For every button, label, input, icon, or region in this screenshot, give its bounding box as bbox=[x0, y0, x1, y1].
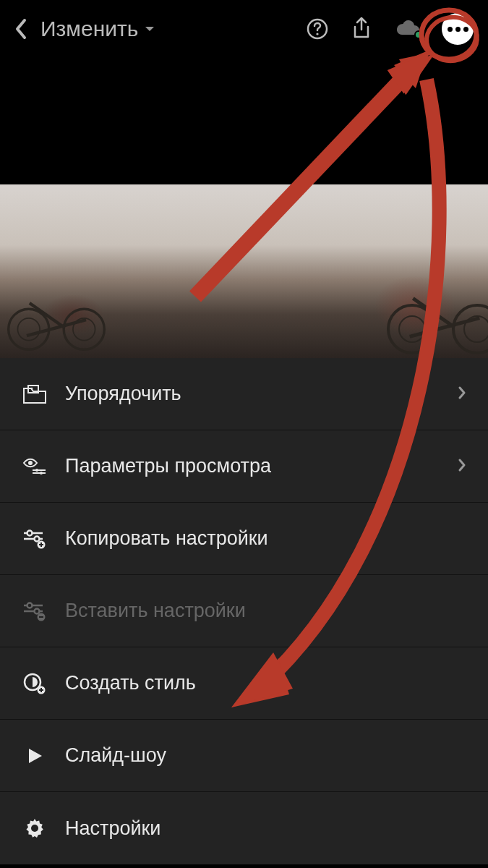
title-dropdown[interactable]: Изменить bbox=[40, 17, 293, 41]
menu-item-label: Создать стиль bbox=[65, 672, 466, 694]
more-icon-dot bbox=[463, 27, 468, 32]
top-actions bbox=[306, 13, 474, 45]
status-dot-icon bbox=[414, 30, 423, 39]
menu-item-copy-settings[interactable]: Копировать настройки bbox=[0, 503, 488, 575]
more-button[interactable] bbox=[442, 13, 474, 45]
svg-point-4 bbox=[28, 461, 33, 465]
menu-item-label: Параметры просмотра bbox=[65, 455, 440, 477]
menu-item-settings[interactable]: Настройки bbox=[0, 792, 488, 864]
svg-point-10 bbox=[27, 603, 33, 608]
help-button[interactable] bbox=[306, 17, 329, 41]
menu-item-slideshow[interactable]: Слайд-шоу bbox=[0, 720, 488, 792]
svg-point-7 bbox=[27, 530, 33, 535]
play-icon bbox=[22, 746, 48, 766]
chevron-left-icon bbox=[14, 18, 27, 40]
menu-item-label: Копировать настройки bbox=[65, 527, 466, 550]
caret-down-icon bbox=[144, 23, 155, 35]
sliders-minus-icon bbox=[22, 601, 48, 621]
share-button[interactable] bbox=[351, 17, 372, 41]
sliders-plus-icon bbox=[22, 529, 48, 549]
svg-point-15 bbox=[31, 825, 38, 832]
menu-item-paste-settings: Вставить настройки bbox=[0, 575, 488, 647]
top-bar: Изменить bbox=[0, 0, 488, 58]
menu-item-label: Слайд-шоу bbox=[65, 744, 466, 767]
menu-item-label: Настройки bbox=[65, 817, 466, 840]
menu-item-organize[interactable]: Упорядочить bbox=[0, 358, 488, 430]
svg-point-3 bbox=[31, 387, 33, 389]
svg-point-8 bbox=[35, 536, 40, 541]
photo-preview[interactable] bbox=[0, 184, 488, 358]
svg-point-6 bbox=[40, 472, 43, 475]
eye-settings-icon bbox=[22, 457, 48, 476]
chevron-right-icon bbox=[458, 458, 466, 475]
context-menu: Упорядочить Параметры просмотра Копирова… bbox=[0, 358, 488, 864]
menu-item-label: Вставить настройки bbox=[65, 600, 466, 622]
spacer bbox=[0, 58, 488, 184]
back-button[interactable] bbox=[14, 18, 27, 40]
menu-item-view-options[interactable]: Параметры просмотра bbox=[0, 430, 488, 503]
cloud-status-button[interactable] bbox=[394, 20, 420, 38]
help-icon bbox=[306, 17, 329, 41]
svg-point-1 bbox=[316, 33, 318, 35]
svg-point-11 bbox=[35, 608, 40, 613]
preset-add-icon bbox=[22, 673, 48, 694]
more-icon-dot bbox=[455, 27, 461, 32]
gear-icon bbox=[22, 817, 48, 839]
menu-item-label: Упорядочить bbox=[65, 383, 440, 405]
chevron-right-icon bbox=[458, 386, 466, 403]
folder-image-icon bbox=[22, 384, 48, 404]
menu-item-create-preset[interactable]: Создать стиль bbox=[0, 647, 488, 720]
share-icon bbox=[351, 17, 372, 41]
svg-point-5 bbox=[35, 469, 38, 472]
page-title: Изменить bbox=[40, 17, 138, 41]
more-icon-dot bbox=[448, 27, 453, 32]
